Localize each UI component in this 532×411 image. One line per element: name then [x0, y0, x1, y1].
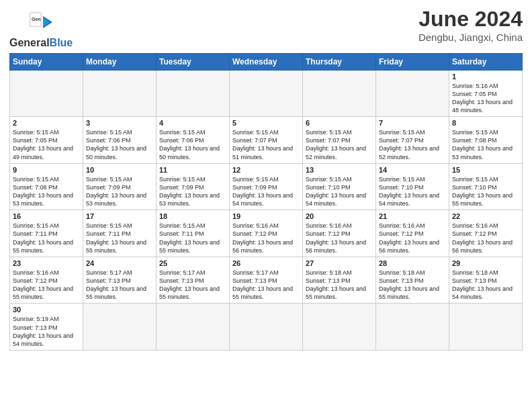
day-info: Sunrise: 5:16 AMSunset: 7:12 PMDaylight:…	[306, 222, 373, 255]
day-number: 23	[13, 259, 80, 267]
logo-general-text: General	[9, 37, 50, 48]
calendar-cell: 30Sunrise: 5:19 AMSunset: 7:13 PMDayligh…	[10, 304, 83, 351]
location: Dengbu, Jiangxi, China	[418, 32, 523, 43]
logo-blue-text: Blue	[50, 37, 73, 48]
day-info: Sunrise: 5:17 AMSunset: 7:13 PMDaylight:…	[86, 269, 153, 302]
day-number: 21	[379, 212, 446, 220]
day-number: 4	[159, 119, 226, 127]
day-number: 30	[13, 306, 80, 314]
weekday-wednesday: Wednesday	[230, 53, 303, 70]
day-number: 28	[379, 259, 446, 267]
day-number: 11	[159, 166, 226, 174]
calendar-cell: 24Sunrise: 5:17 AMSunset: 7:13 PMDayligh…	[83, 257, 157, 304]
calendar-cell: 14Sunrise: 5:15 AMSunset: 7:10 PMDayligh…	[376, 163, 449, 210]
calendar-cell: 28Sunrise: 5:18 AMSunset: 7:13 PMDayligh…	[376, 257, 449, 304]
day-number: 7	[379, 119, 446, 127]
calendar-cell: 13Sunrise: 5:15 AMSunset: 7:10 PMDayligh…	[303, 163, 376, 210]
calendar-cell	[83, 304, 157, 351]
weekday-saturday: Saturday	[449, 53, 523, 70]
logo-text-wrap: GeneralBlue	[9, 37, 73, 49]
day-info: Sunrise: 5:15 AMSunset: 7:05 PMDaylight:…	[13, 128, 80, 161]
day-info: Sunrise: 5:15 AMSunset: 7:11 PMDaylight:…	[13, 222, 80, 255]
day-info: Sunrise: 5:17 AMSunset: 7:13 PMDaylight:…	[232, 269, 300, 302]
day-number: 24	[86, 259, 153, 267]
calendar-cell	[303, 304, 376, 351]
calendar-cell: 7Sunrise: 5:15 AMSunset: 7:07 PMDaylight…	[376, 117, 449, 164]
day-info: Sunrise: 5:15 AMSunset: 7:11 PMDaylight:…	[86, 222, 153, 255]
calendar-cell: 11Sunrise: 5:15 AMSunset: 7:09 PMDayligh…	[157, 163, 230, 210]
day-number: 18	[159, 212, 226, 220]
calendar-cell: 3Sunrise: 5:15 AMSunset: 7:06 PMDaylight…	[83, 117, 157, 164]
calendar-cell: 2Sunrise: 5:15 AMSunset: 7:05 PMDaylight…	[10, 117, 83, 164]
day-info: Sunrise: 5:18 AMSunset: 7:13 PMDaylight:…	[306, 269, 373, 302]
day-number: 9	[13, 166, 80, 174]
calendar-cell: 18Sunrise: 5:15 AMSunset: 7:11 PMDayligh…	[157, 210, 230, 257]
day-info: Sunrise: 5:16 AMSunset: 7:12 PMDaylight:…	[379, 222, 446, 255]
day-info: Sunrise: 5:15 AMSunset: 7:10 PMDaylight:…	[306, 175, 373, 208]
calendar-cell	[83, 70, 157, 117]
calendar-cell: 16Sunrise: 5:15 AMSunset: 7:11 PMDayligh…	[10, 210, 83, 257]
month-title: June 2024	[418, 7, 523, 32]
day-info: Sunrise: 5:19 AMSunset: 7:13 PMDaylight:…	[13, 315, 80, 348]
day-number: 13	[306, 166, 373, 174]
calendar-cell	[303, 70, 376, 117]
logo: Gen GeneralBlue	[9, 7, 73, 49]
day-info: Sunrise: 5:15 AMSunset: 7:10 PMDaylight:…	[379, 175, 446, 208]
day-number: 6	[306, 119, 373, 127]
day-info: Sunrise: 5:15 AMSunset: 7:06 PMDaylight:…	[86, 128, 153, 161]
day-number: 5	[232, 119, 300, 127]
day-info: Sunrise: 5:17 AMSunset: 7:13 PMDaylight:…	[159, 269, 226, 302]
weekday-friday: Friday	[376, 53, 449, 70]
calendar-cell: 19Sunrise: 5:16 AMSunset: 7:12 PMDayligh…	[230, 210, 303, 257]
weekday-sunday: Sunday	[10, 53, 83, 70]
day-number: 8	[452, 119, 519, 127]
header: Gen GeneralBlue June 2024 Dengbu, Jiangx…	[9, 7, 523, 49]
calendar-cell	[376, 304, 449, 351]
calendar-cell	[230, 304, 303, 351]
calendar-cell: 26Sunrise: 5:17 AMSunset: 7:13 PMDayligh…	[230, 257, 303, 304]
day-number: 17	[86, 212, 153, 220]
day-number: 29	[452, 259, 519, 267]
title-block: June 2024 Dengbu, Jiangxi, China	[418, 7, 523, 43]
day-number: 12	[232, 166, 300, 174]
day-info: Sunrise: 5:16 AMSunset: 7:12 PMDaylight:…	[232, 222, 300, 255]
day-number: 27	[306, 259, 373, 267]
day-number: 26	[232, 259, 300, 267]
day-number: 1	[452, 73, 519, 81]
calendar: SundayMondayTuesdayWednesdayThursdayFrid…	[9, 53, 523, 351]
day-number: 2	[13, 119, 80, 127]
calendar-cell: 12Sunrise: 5:15 AMSunset: 7:09 PMDayligh…	[230, 163, 303, 210]
calendar-cell: 17Sunrise: 5:15 AMSunset: 7:11 PMDayligh…	[83, 210, 157, 257]
calendar-cell: 20Sunrise: 5:16 AMSunset: 7:12 PMDayligh…	[303, 210, 376, 257]
calendar-cell: 23Sunrise: 5:16 AMSunset: 7:12 PMDayligh…	[10, 257, 83, 304]
calendar-cell	[449, 304, 523, 351]
weekday-tuesday: Tuesday	[157, 53, 230, 70]
day-info: Sunrise: 5:18 AMSunset: 7:13 PMDaylight:…	[452, 269, 519, 302]
logo-container: Gen GeneralBlue	[9, 9, 73, 49]
calendar-cell: 21Sunrise: 5:16 AMSunset: 7:12 PMDayligh…	[376, 210, 449, 257]
weekday-monday: Monday	[83, 53, 157, 70]
day-number: 19	[232, 212, 300, 220]
day-info: Sunrise: 5:15 AMSunset: 7:09 PMDaylight:…	[86, 175, 153, 208]
calendar-cell	[157, 70, 230, 117]
calendar-cell	[157, 304, 230, 351]
calendar-cell: 1Sunrise: 5:16 AMSunset: 7:05 PMDaylight…	[449, 70, 523, 117]
calendar-cell: 15Sunrise: 5:15 AMSunset: 7:10 PMDayligh…	[449, 163, 523, 210]
day-info: Sunrise: 5:16 AMSunset: 7:05 PMDaylight:…	[452, 82, 519, 115]
day-number: 16	[13, 212, 80, 220]
day-info: Sunrise: 5:15 AMSunset: 7:09 PMDaylight:…	[159, 175, 226, 208]
day-number: 25	[159, 259, 226, 267]
weekday-thursday: Thursday	[303, 53, 376, 70]
calendar-cell: 22Sunrise: 5:16 AMSunset: 7:12 PMDayligh…	[449, 210, 523, 257]
generalblue-logo-icon: Gen	[28, 9, 54, 35]
day-info: Sunrise: 5:16 AMSunset: 7:12 PMDaylight:…	[452, 222, 519, 255]
calendar-cell: 10Sunrise: 5:15 AMSunset: 7:09 PMDayligh…	[83, 163, 157, 210]
day-info: Sunrise: 5:15 AMSunset: 7:11 PMDaylight:…	[159, 222, 226, 255]
day-number: 3	[86, 119, 153, 127]
weekday-header-row: SundayMondayTuesdayWednesdayThursdayFrid…	[10, 53, 523, 70]
calendar-cell: 25Sunrise: 5:17 AMSunset: 7:13 PMDayligh…	[157, 257, 230, 304]
calendar-cell: 27Sunrise: 5:18 AMSunset: 7:13 PMDayligh…	[303, 257, 376, 304]
day-number: 10	[86, 166, 153, 174]
svg-text:Gen: Gen	[32, 17, 41, 21]
day-info: Sunrise: 5:15 AMSunset: 7:08 PMDaylight:…	[13, 175, 80, 208]
